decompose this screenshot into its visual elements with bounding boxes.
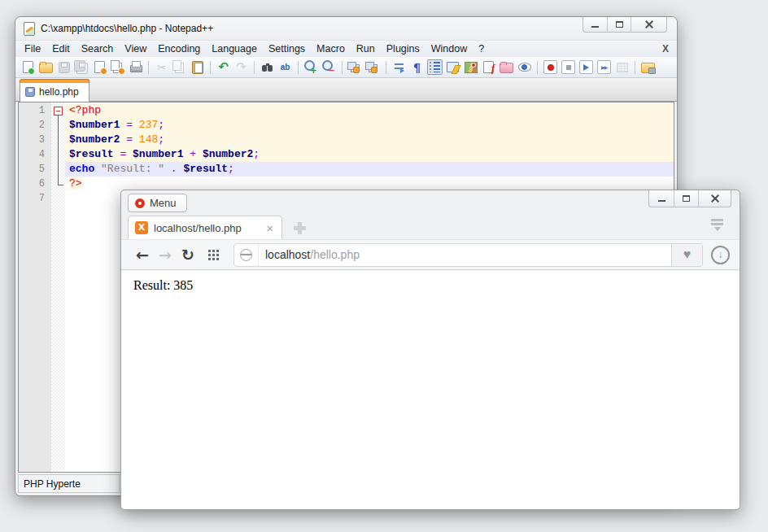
code-text[interactable] <box>65 191 674 206</box>
line-number: 3 <box>19 133 51 147</box>
address-text[interactable]: localhost/hello.php <box>259 244 671 266</box>
close-file-button[interactable] <box>92 59 107 75</box>
tab-hello-php[interactable]: hello.php <box>20 81 89 102</box>
menu-file[interactable]: File <box>19 41 46 56</box>
menu-run[interactable]: Run <box>351 41 381 56</box>
menubar-close-document-button[interactable]: X <box>662 43 669 55</box>
token-op: ; <box>158 133 164 146</box>
opera-toolbar: ← → ↻ localhost/hello.php ♥ ↓ <box>121 239 740 270</box>
token-pl <box>196 148 203 160</box>
tab-close-button[interactable]: × <box>264 221 275 235</box>
token-str: "Result: " <box>101 163 164 175</box>
browser-page-content: Result: 385 <box>121 271 740 509</box>
playback-macro-button[interactable] <box>578 59 594 75</box>
start-macro-recording-button[interactable] <box>543 59 558 75</box>
document-map-button[interactable] <box>463 59 478 75</box>
token-var: $result <box>69 148 114 160</box>
menu-view[interactable]: View <box>119 41 152 56</box>
menu-macro[interactable]: Macro <box>311 41 351 56</box>
toolbar-separator <box>386 61 386 74</box>
menu-plugins[interactable]: Plugins <box>381 41 425 56</box>
token-op: + <box>190 148 196 160</box>
code-text[interactable]: $number1 = 237; <box>65 118 674 133</box>
folder-as-workspace-button[interactable] <box>499 59 514 75</box>
save-button[interactable] <box>56 59 72 75</box>
new-tab-button[interactable] <box>294 222 306 234</box>
menu-language[interactable]: Language <box>206 41 263 56</box>
new-file-button[interactable] <box>20 59 36 75</box>
stop-macro-recording-button[interactable] <box>561 59 576 75</box>
token-op: ; <box>253 148 260 160</box>
code-text[interactable]: $result = $number1 + $number2; <box>65 147 674 162</box>
close-all-files-button[interactable] <box>110 59 125 75</box>
tab-menu-icon[interactable] <box>711 219 723 234</box>
close-button[interactable] <box>631 17 666 32</box>
code-text[interactable]: ?> <box>65 177 674 191</box>
maximize-button[interactable] <box>674 190 698 207</box>
menu-window[interactable]: Window <box>425 41 473 56</box>
line-number: 2 <box>19 118 51 133</box>
fold-marker-start[interactable] <box>51 103 65 118</box>
menu-help[interactable]: ? <box>473 41 490 56</box>
cut-button[interactable] <box>154 59 169 75</box>
save-recorded-macro-button[interactable] <box>614 59 630 75</box>
zoom-in-button[interactable] <box>303 59 319 75</box>
minimize-button[interactable] <box>583 17 607 32</box>
close-button[interactable] <box>698 190 731 207</box>
reload-button[interactable]: ↻ <box>177 246 199 264</box>
notepadpp-window-controls <box>583 17 667 33</box>
undo-button[interactable] <box>216 59 231 75</box>
fold-marker-end <box>51 177 65 191</box>
address-host: localhost <box>265 248 310 261</box>
fold-marker-mid <box>51 147 65 162</box>
toolbar-separator <box>210 61 211 74</box>
forward-button[interactable]: → <box>154 246 177 264</box>
run-macro-multiple-times-button[interactable] <box>596 59 612 75</box>
menu-search[interactable]: Search <box>76 41 120 56</box>
code-text[interactable]: $number2 = 148; <box>65 133 674 147</box>
bookmark-heart-button[interactable]: ♥ <box>671 244 702 266</box>
edit-popup-marked-text-button[interactable] <box>640 59 656 75</box>
token-var: $number2 <box>203 148 253 160</box>
maximize-button[interactable] <box>607 17 631 32</box>
word-wrap-button[interactable] <box>391 59 407 75</box>
downloads-button[interactable]: ↓ <box>711 246 730 264</box>
function-list-button[interactable] <box>481 59 496 75</box>
show-indent-guide-button[interactable] <box>427 59 443 75</box>
code-line-2: 2$number1 = 237; <box>19 118 674 133</box>
notepadpp-toolbar <box>15 57 677 78</box>
code-line-4: 4$result = $number1 + $number2; <box>19 147 674 162</box>
paste-button[interactable] <box>190 59 205 75</box>
speed-dial-icon[interactable] <box>203 247 224 262</box>
menu-settings[interactable]: Settings <box>263 41 311 56</box>
zoom-out-button[interactable] <box>321 59 337 75</box>
code-text[interactable]: <?php <box>65 103 674 118</box>
browser-tab-title: localhost/hello.php <box>154 222 264 234</box>
code-lines: 1<?php2$number1 = 237;3$number2 = 148;4$… <box>19 102 674 206</box>
menu-edit[interactable]: Edit <box>46 41 76 56</box>
fold-marker-mid <box>51 162 65 177</box>
token-tag: <?php <box>69 104 101 116</box>
show-all-characters-button[interactable] <box>409 59 425 75</box>
redo-button[interactable] <box>233 59 249 75</box>
replace-button[interactable] <box>277 59 293 75</box>
token-op: . <box>171 163 177 175</box>
save-all-button[interactable] <box>74 59 89 75</box>
print-button[interactable] <box>128 59 143 75</box>
menu-encoding[interactable]: Encoding <box>152 41 206 56</box>
synchronize-horizontal-scrolling-button[interactable] <box>365 59 381 75</box>
file-monitoring-button[interactable] <box>517 59 532 75</box>
token-var: $number1 <box>69 119 120 131</box>
define-your-language-button[interactable] <box>445 59 460 75</box>
browser-tab-localhost[interactable]: X localhost/hello.php × <box>128 216 282 239</box>
synchronize-vertical-scrolling-button[interactable] <box>347 59 363 75</box>
find-button[interactable] <box>260 59 275 75</box>
copy-button[interactable] <box>172 59 187 75</box>
address-bar[interactable]: localhost/hello.php ♥ <box>233 243 703 267</box>
token-op: = <box>126 119 133 131</box>
token-var: $result <box>183 163 228 175</box>
code-text[interactable]: echo "Result: " . $result; <box>65 162 674 177</box>
back-button[interactable]: ← <box>131 246 154 264</box>
open-file-button[interactable] <box>38 59 54 75</box>
notepadpp-titlebar[interactable]: C:\xampp\htdocs\hello.php - Notepad++ <box>15 17 677 40</box>
